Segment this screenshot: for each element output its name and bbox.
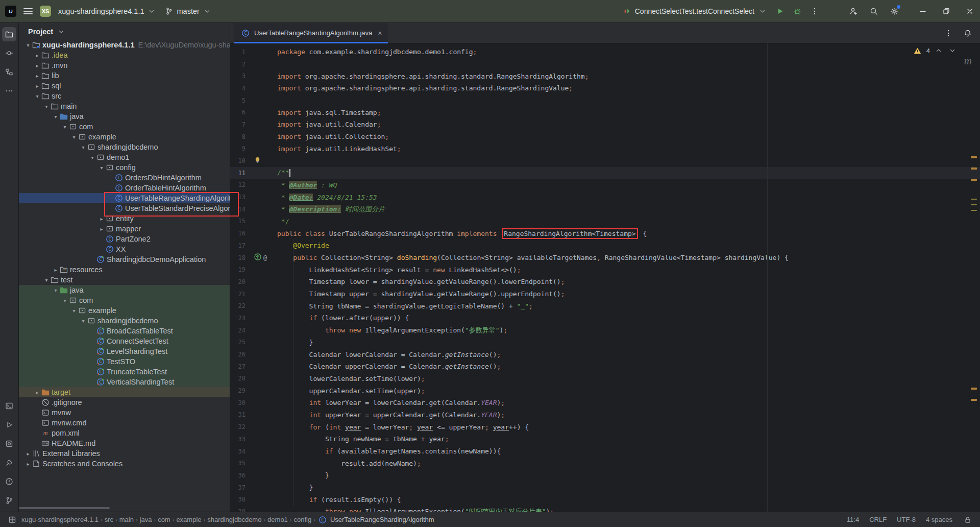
breadcrumb-item[interactable]: shardingjdbcdemo — [207, 516, 261, 523]
tree-item-ordertablehintalgorithm[interactable]: COrderTableHintAlgorithm — [19, 183, 230, 193]
indent-widget[interactable]: 4 spaces — [926, 516, 952, 523]
tab-close-icon[interactable]: × — [378, 29, 382, 37]
tree-expand-icon[interactable]: ▸ — [52, 267, 60, 273]
error-stripe-mark[interactable] — [971, 179, 977, 181]
code-line-34[interactable]: 34 if (availableTargetNames.contains(new… — [230, 445, 980, 458]
code-with-me-icon[interactable] — [848, 6, 859, 16]
at-gutter-icon[interactable]: @ — [263, 254, 267, 261]
tree-item-partzone2[interactable]: CPartZone2 — [19, 234, 230, 244]
code-line-18[interactable]: 18@ public Collection<String> doSharding… — [230, 252, 980, 264]
code-line-29[interactable]: 29 upperCalendar.setTime(upper); — [230, 385, 980, 397]
code-line-14[interactable]: 14 * @Description: 时间范围分片 — [230, 203, 980, 215]
search-everywhere-icon[interactable] — [869, 6, 879, 16]
code-line-16[interactable]: 16public class UserTableRangeShardingAlg… — [230, 227, 980, 239]
error-stripe-mark[interactable] — [971, 156, 977, 158]
code-line-30[interactable]: 30 int lowerYear = lowerCalendar.get(Cal… — [230, 397, 980, 409]
code-line-39[interactable]: 39 throw new IllegalArgumentException("时… — [230, 506, 980, 512]
tree-item-external-libraries[interactable]: ▸External Libraries — [19, 448, 230, 459]
tree-item-example[interactable]: ▾example — [19, 132, 230, 142]
override-gutter-icon[interactable] — [254, 253, 262, 262]
tree-item-readme-md[interactable]: README.md — [19, 438, 230, 448]
tree-item-pom-xml[interactable]: mpom.xml — [19, 428, 230, 438]
run-configuration-selector[interactable]: ConnectSelectTest.testConnectSelect — [622, 6, 768, 16]
error-stripe-mark[interactable] — [971, 210, 977, 211]
code-line-26[interactable]: 26 Calendar lowerCalendar = Calendar.get… — [230, 348, 980, 361]
tree-item-demo1[interactable]: ▾demo1 — [19, 152, 230, 162]
code-line-24[interactable]: 24 throw new IllegalArgumentException("参… — [230, 324, 980, 337]
tree-item-entity[interactable]: ▸entity — [19, 213, 230, 224]
tree-item-shardingjdbcdemoapplication[interactable]: CShardingjdbcDemoApplication — [19, 254, 230, 265]
code-line-4[interactable]: 4import org.apache.shardingsphere.api.sh… — [230, 82, 980, 94]
code-line-36[interactable]: 36 } — [230, 469, 980, 482]
error-stripe-mark[interactable] — [971, 167, 977, 170]
inspections-widget[interactable]: 4 — [913, 45, 958, 56]
code-line-23[interactable]: 23 if (lower.after(upper)) { — [230, 312, 980, 324]
tree-item-scratches-and-consoles[interactable]: ▸Scratches and Consoles — [19, 459, 230, 469]
code-line-12[interactable]: 12 * @Author : WQ — [230, 179, 980, 191]
code-line-9[interactable]: 9import java.util.LinkedHashSet; — [230, 143, 980, 155]
error-stripe-mark[interactable] — [971, 199, 977, 200]
project-avatar[interactable]: XS — [40, 6, 51, 17]
code-line-17[interactable]: 17 @Override — [230, 239, 980, 252]
tree-expand-icon[interactable]: ▸ — [33, 63, 41, 68]
tree-item-main[interactable]: ▾main — [19, 101, 230, 111]
lock-icon[interactable] — [963, 515, 973, 525]
encoding-widget[interactable]: UTF-8 — [897, 516, 916, 523]
tree-item--idea[interactable]: ▸.idea — [19, 50, 230, 60]
more-tools-tool-icon[interactable] — [2, 84, 16, 98]
tree-item-truncatetabletest[interactable]: CTruncateTableTest — [19, 367, 230, 377]
code-line-37[interactable]: 37 } — [230, 482, 980, 494]
code-line-13[interactable]: 13 * @Date: 2024/8/21 15:53 — [230, 191, 980, 203]
code-line-1[interactable]: 1package com.example.shardingjdbcdemo.de… — [230, 46, 980, 58]
error-stripe-mark[interactable] — [971, 204, 977, 205]
structure-tool-icon[interactable] — [2, 65, 16, 79]
line-ending-widget[interactable]: CRLF — [869, 516, 887, 523]
tree-expand-icon[interactable]: ▾ — [70, 308, 78, 314]
breadcrumb-item[interactable]: java — [140, 516, 152, 523]
tree-expand-icon[interactable]: ▸ — [24, 451, 32, 457]
tree-expand-icon[interactable]: ▾ — [79, 318, 87, 324]
code-line-22[interactable]: 22 String tbName = shardingValue.getLogi… — [230, 300, 980, 312]
tree-item-levelshardingtest[interactable]: CLevelShardingTest — [19, 346, 230, 356]
window-minimize-button[interactable] — [918, 6, 928, 16]
code-line-6[interactable]: 6import java.sql.Timestamp; — [230, 106, 980, 118]
notifications-bell-icon[interactable] — [963, 28, 973, 38]
tree-expand-icon[interactable]: ▾ — [97, 165, 106, 171]
breadcrumb-item[interactable]: config — [294, 516, 312, 523]
breadcrumb-item[interactable]: demo1 — [267, 516, 288, 523]
code-line-10[interactable]: 10 — [230, 155, 980, 167]
tree-expand-icon[interactable]: ▾ — [24, 42, 32, 48]
tree-expand-icon[interactable]: ▸ — [33, 53, 41, 58]
code-line-21[interactable]: 21 Timestamp upper = shardingValue.getVa… — [230, 288, 980, 300]
tree-item-com[interactable]: ▾com — [19, 122, 230, 132]
prev-problem-icon[interactable] — [934, 45, 944, 56]
tree-item-mvnw-cmd[interactable]: mvnw.cmd — [19, 418, 230, 428]
tree-item-src[interactable]: ▾src — [19, 91, 230, 101]
project-panel-header[interactable]: Project — [19, 23, 230, 40]
tree-item--gitignore[interactable]: .gitignore — [19, 397, 230, 408]
tree-expand-icon[interactable]: ▾ — [52, 288, 60, 293]
tree-expand-icon[interactable]: ▸ — [97, 226, 106, 232]
next-problem-icon[interactable] — [947, 45, 958, 56]
debug-button[interactable] — [792, 6, 802, 16]
code-line-33[interactable]: 33 String newName = tbName + year; — [230, 433, 980, 445]
tree-expand-icon[interactable]: ▾ — [33, 93, 41, 99]
tree-item-com[interactable]: ▾com — [19, 295, 230, 305]
breadcrumb-item[interactable]: main — [119, 516, 134, 523]
tree-item-config[interactable]: ▾config — [19, 162, 230, 173]
project-widget[interactable]: xugu-shardingsphere4.1.1 — [58, 6, 157, 16]
code-line-15[interactable]: 15 */ — [230, 215, 980, 228]
code-line-31[interactable]: 31 int upperYear = upperCalendar.get(Cal… — [230, 409, 980, 421]
editor-tab[interactable]: C UserTableRangeShardingAlgorithm.java × — [234, 23, 388, 43]
tree-item-mvnw[interactable]: mvnw — [19, 408, 230, 418]
tree-expand-icon[interactable]: ▸ — [24, 461, 32, 467]
breadcrumb-item[interactable]: com — [158, 516, 170, 523]
tree-item-resources[interactable]: ▸resources — [19, 265, 230, 275]
breadcrumb-item[interactable]: src — [105, 516, 113, 523]
tree-item-broadcasttabletest[interactable]: CBroadCastTableTest — [19, 326, 230, 336]
code-line-25[interactable]: 25 } — [230, 337, 980, 349]
problems-tool-icon[interactable] — [2, 474, 16, 489]
tree-expand-icon[interactable]: ▸ — [33, 83, 41, 89]
tree-item-java[interactable]: ▾java — [19, 285, 230, 295]
tree-item-example[interactable]: ▾example — [19, 305, 230, 316]
